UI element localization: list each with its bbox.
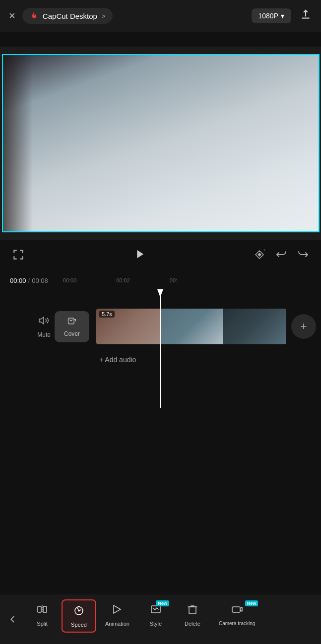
- ruler-mark-0: 00:00: [63, 277, 77, 283]
- cover-button[interactable]: Cover: [55, 311, 89, 342]
- redo-button[interactable]: [297, 249, 309, 263]
- bottom-toolbar: Split Speed Animation: [0, 594, 321, 644]
- app-title-text: CapCut Desktop: [43, 12, 97, 20]
- svg-marker-7: [114, 605, 121, 613]
- upload-icon: [299, 8, 312, 21]
- top-bar-left: × CapCut Desktop >: [9, 8, 113, 24]
- timeline-playhead: [160, 289, 161, 408]
- toolbar-item-speed-label: Speed: [71, 622, 87, 628]
- cover-icon: [67, 316, 77, 328]
- preview-area: [0, 47, 321, 240]
- time-current: 00:00: [10, 277, 26, 284]
- preview-video: [2, 54, 320, 232]
- svg-rect-10: [232, 607, 240, 612]
- fullscreen-icon: [12, 248, 25, 261]
- back-button[interactable]: [0, 599, 25, 639]
- close-button[interactable]: ×: [9, 9, 15, 22]
- clip-thumb-3: [223, 309, 286, 344]
- speed-icon: [73, 604, 85, 619]
- video-track-content: 5.7s +: [94, 309, 321, 344]
- svg-text:+: +: [263, 249, 265, 253]
- controls-right: +: [254, 249, 309, 263]
- top-bar: × CapCut Desktop > 1080P ▾: [0, 0, 321, 32]
- camera-tracking-icon: [231, 603, 243, 618]
- animation-icon: [111, 603, 123, 618]
- flame-icon: [29, 11, 39, 21]
- chevron-right-icon: >: [102, 12, 106, 20]
- toolbar-items: Split Speed Animation: [25, 599, 321, 633]
- preview-left-shadow: [3, 55, 33, 231]
- ruler-mark-2: 00:: [170, 277, 177, 283]
- play-button[interactable]: [132, 247, 146, 264]
- play-icon: [132, 247, 146, 261]
- timeline-ruler: 00:00 00:02 00:: [48, 277, 321, 283]
- undo-icon: [275, 249, 287, 261]
- svg-point-6: [78, 610, 80, 612]
- time-divider: /: [28, 277, 30, 284]
- timeline-area: Mute Cover 5.7s: [0, 289, 321, 408]
- resolution-button[interactable]: 1080P ▾: [252, 8, 291, 23]
- track-controls: Mute Cover: [0, 311, 94, 342]
- toolbar-item-camera-tracking[interactable]: New Camera tracking: [212, 599, 262, 630]
- style-new-badge: New: [156, 600, 169, 606]
- app-title-pill[interactable]: CapCut Desktop >: [22, 8, 113, 24]
- camera-tracking-new-badge: New: [245, 600, 258, 606]
- mute-label: Mute: [37, 331, 51, 338]
- toolbar-item-split[interactable]: Split: [25, 599, 60, 631]
- toolbar-item-animation-label: Animation: [105, 621, 129, 627]
- toolbar-item-camera-tracking-label: Camera tracking: [219, 621, 255, 626]
- keyframe-icon: +: [254, 249, 265, 261]
- toolbar-item-split-label: Split: [37, 621, 47, 627]
- keyframe-button[interactable]: +: [254, 249, 265, 263]
- toolbar-item-speed[interactable]: Speed: [62, 599, 96, 633]
- video-clip[interactable]: 5.7s: [96, 309, 286, 344]
- redo-icon: [297, 249, 309, 261]
- clip-thumb-2: [160, 309, 223, 344]
- mute-button[interactable]: Mute: [37, 315, 51, 338]
- back-icon: [7, 614, 18, 625]
- add-audio-button[interactable]: + Add audio: [99, 356, 136, 364]
- controls-bar: +: [0, 240, 321, 271]
- split-icon: [36, 603, 48, 618]
- svg-rect-2: [38, 606, 41, 612]
- time-total: 00:08: [32, 277, 48, 284]
- toolbar-item-style-label: Style: [150, 621, 162, 627]
- toolbar-item-style[interactable]: New Style: [138, 599, 173, 631]
- cover-label: Cover: [64, 330, 80, 337]
- svg-rect-3: [43, 606, 47, 612]
- ruler-mark-1: 00:02: [116, 277, 130, 283]
- spacer: [0, 408, 321, 609]
- fullscreen-button[interactable]: [12, 248, 25, 264]
- undo-button[interactable]: [275, 249, 287, 263]
- export-button[interactable]: [299, 8, 312, 24]
- toolbar-item-delete[interactable]: Delete: [175, 599, 210, 631]
- add-clip-button[interactable]: +: [291, 314, 316, 339]
- toolbar-item-animation[interactable]: Animation: [98, 599, 136, 631]
- delete-icon: [187, 603, 198, 618]
- svg-rect-9: [189, 607, 196, 614]
- mute-icon: [38, 315, 50, 329]
- top-bar-right: 1080P ▾: [252, 8, 312, 24]
- toolbar-item-delete-label: Delete: [185, 621, 200, 627]
- timeline-header: 00:00 / 00:08 00:00 00:02 00:: [0, 271, 321, 289]
- clip-duration-badge: 5.7s: [99, 311, 115, 318]
- preview-video-inner: [3, 55, 319, 231]
